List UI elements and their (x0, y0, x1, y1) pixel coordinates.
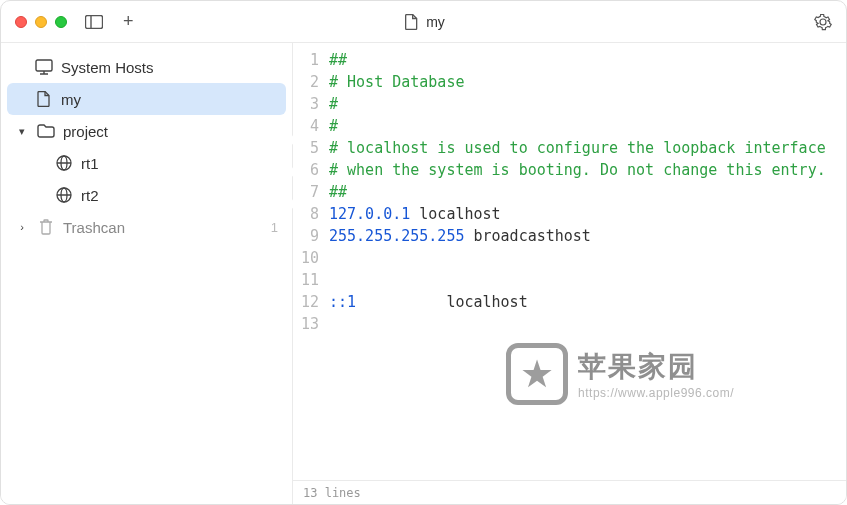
sidebar-item-rt2[interactable]: rt2 (7, 179, 286, 211)
code-line[interactable]: # (329, 115, 846, 137)
code-lines[interactable]: ### Host Database### localhost is used t… (327, 49, 846, 480)
watermark: ★ 苹果家园 https://www.apple996.com/ (506, 343, 734, 405)
code-line[interactable]: # when the system is booting. Do not cha… (329, 159, 846, 181)
titlebar: + my (1, 1, 846, 43)
trashcan-count: 1 (271, 220, 278, 235)
sidebar: System Hosts my ▾ project rt1 (1, 43, 293, 504)
code-line[interactable]: 127.0.0.1 localhost (329, 203, 846, 225)
sidebar-item-trashcan[interactable]: › Trashcan 1 (7, 211, 286, 243)
file-icon (35, 90, 53, 108)
code-line[interactable]: 255.255.255.255 broadcasthost (329, 225, 846, 247)
status-bar: 13 lines (293, 480, 846, 504)
chevron-right-icon[interactable]: › (15, 221, 29, 233)
sidebar-item-rt1[interactable]: rt1 (7, 147, 286, 179)
svg-rect-2 (36, 60, 52, 71)
code-line[interactable]: # localhost is used to configure the loo… (329, 137, 846, 159)
close-window-button[interactable] (15, 16, 27, 28)
globe-icon (55, 186, 73, 204)
minimize-window-button[interactable] (35, 16, 47, 28)
toggle-sidebar-button[interactable] (85, 13, 103, 31)
maximize-window-button[interactable] (55, 16, 67, 28)
sidebar-item-label: Trashcan (63, 219, 259, 236)
code-line[interactable]: ::1 localhost (329, 291, 846, 313)
sidebar-item-label: rt1 (81, 155, 270, 172)
file-icon (402, 13, 420, 31)
code-line[interactable]: ## (329, 181, 846, 203)
trash-icon (37, 218, 55, 236)
sidebar-item-label: my (61, 91, 270, 108)
sidebar-item-label: project (63, 123, 270, 140)
globe-icon (55, 154, 73, 172)
code-editor[interactable]: 12345678910111213 ### Host Database### l… (293, 43, 846, 480)
code-line[interactable] (329, 247, 846, 269)
settings-button[interactable] (814, 13, 832, 31)
titlebar-title-group: my (402, 13, 445, 31)
code-line[interactable] (329, 269, 846, 291)
chevron-down-icon[interactable]: ▾ (15, 125, 29, 138)
watermark-text: 苹果家园 (578, 348, 734, 386)
status-line-count: 13 lines (303, 486, 361, 500)
code-line[interactable] (329, 313, 846, 335)
sidebar-item-label: rt2 (81, 187, 270, 204)
add-button[interactable]: + (123, 11, 134, 32)
sidebar-item-my[interactable]: my (7, 83, 286, 115)
sidebar-item-system-hosts[interactable]: System Hosts (7, 51, 286, 83)
code-line[interactable]: # Host Database (329, 71, 846, 93)
svg-rect-0 (86, 15, 103, 28)
code-line[interactable]: ## (329, 49, 846, 71)
sidebar-item-label: System Hosts (61, 59, 278, 76)
main-area: System Hosts my ▾ project rt1 (1, 43, 846, 504)
editor-pane: 12345678910111213 ### Host Database### l… (293, 43, 846, 504)
monitor-icon (35, 58, 53, 76)
star-icon: ★ (506, 343, 568, 405)
watermark-url: https://www.apple996.com/ (578, 386, 734, 400)
sidebar-item-project[interactable]: ▾ project (7, 115, 286, 147)
titlebar-title: my (426, 14, 445, 30)
code-line[interactable]: # (329, 93, 846, 115)
window-controls (15, 16, 67, 28)
folder-icon (37, 122, 55, 140)
